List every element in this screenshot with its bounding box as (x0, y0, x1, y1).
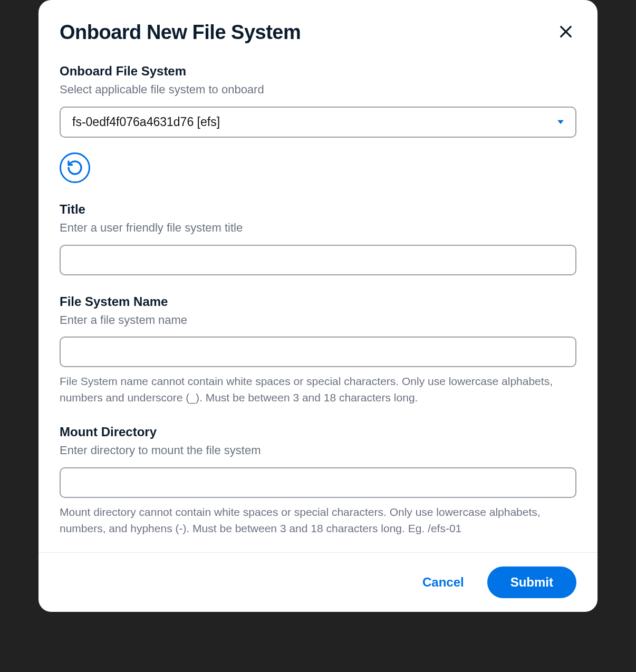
modal-title: Onboard New File System (60, 21, 301, 44)
filesystem-group: Onboard File System Select applicable fi… (60, 64, 576, 183)
mount-help: Mount directory cannot contain white spa… (60, 504, 576, 536)
onboard-filesystem-modal: Onboard New File System Onboard File Sys… (38, 0, 598, 612)
refresh-button[interactable] (60, 152, 90, 183)
close-icon (557, 23, 574, 40)
cancel-button[interactable]: Cancel (418, 570, 468, 595)
filesystem-name-label: File System Name (60, 294, 576, 309)
modal-content: Onboard New File System Onboard File Sys… (38, 0, 598, 552)
filesystem-select-wrapper: fs-0edf4f076a4631d76 [efs] (60, 107, 576, 138)
close-button[interactable] (555, 21, 576, 42)
title-group: Title Enter a user friendly file system … (60, 202, 576, 275)
filesystem-name-group: File System Name Enter a file system nam… (60, 294, 576, 406)
mount-input[interactable] (60, 467, 576, 498)
filesystem-description: Select applicable file system to onboard (60, 82, 576, 98)
mount-description: Enter directory to mount the file system (60, 443, 576, 459)
filesystem-name-description: Enter a file system name (60, 312, 576, 329)
filesystem-name-help: File System name cannot contain white sp… (60, 373, 576, 406)
submit-button[interactable]: Submit (487, 567, 576, 598)
modal-header: Onboard New File System (60, 21, 576, 44)
modal-footer: Cancel Submit (38, 552, 598, 612)
filesystem-name-input[interactable] (60, 337, 576, 367)
filesystem-label: Onboard File System (60, 64, 576, 79)
mount-label: Mount Directory (60, 425, 576, 439)
filesystem-select[interactable]: fs-0edf4f076a4631d76 [efs] (60, 107, 576, 138)
mount-group: Mount Directory Enter directory to mount… (60, 425, 576, 536)
title-description: Enter a user friendly file system title (60, 220, 576, 236)
title-input[interactable] (60, 245, 576, 275)
refresh-icon (66, 159, 83, 176)
title-label: Title (60, 202, 576, 217)
